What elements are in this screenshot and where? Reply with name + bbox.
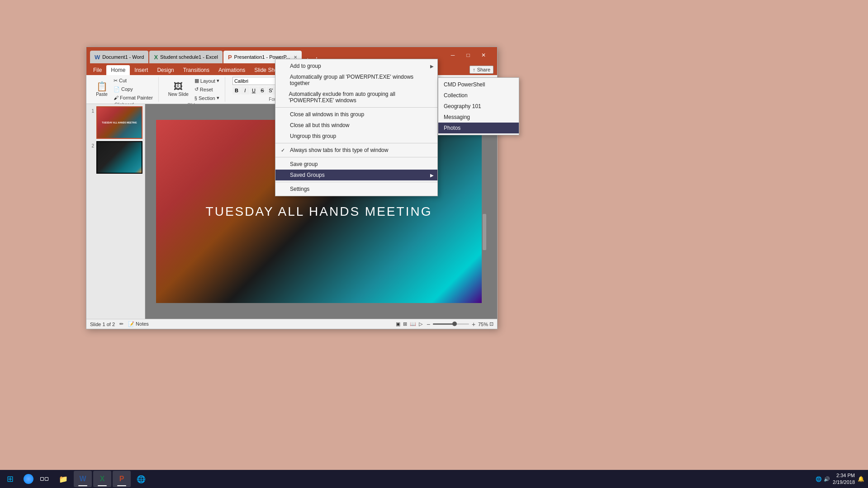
cut-button[interactable]: ✂ Cut — [112, 77, 155, 85]
excel-active-indicator — [98, 485, 107, 486]
layout-button[interactable]: ▦ Layout ▾ — [193, 77, 221, 85]
menu-label-add-to-group: Add to group — [290, 63, 321, 69]
bold-button[interactable]: B — [232, 86, 241, 95]
separator-4 — [275, 182, 437, 182]
share-label: Share — [477, 67, 490, 72]
section-button[interactable]: § Section ▾ — [193, 94, 221, 102]
menu-item-settings[interactable]: Settings — [275, 184, 437, 194]
tab-excel-label: Student schedule1 - Excel — [160, 54, 218, 60]
slide-image-2[interactable] — [96, 141, 142, 174]
share-button[interactable]: ↑ Share — [470, 66, 493, 74]
zoom-out-button[interactable]: − — [425, 321, 432, 327]
slide-text-1: TUESDAY ALL HANDS MEETING — [102, 121, 137, 124]
slide-scrollbar-thumb[interactable] — [483, 214, 486, 250]
slide-thumb-2[interactable]: 2 — [89, 141, 142, 174]
separator-2 — [275, 143, 437, 143]
menu-item-add-to-group[interactable]: Add to group ▶ — [275, 61, 437, 71]
clock-date: 2/19/2018 — [833, 479, 855, 486]
slide-image-1[interactable]: TUESDAY ALL HANDS MEETING — [96, 106, 142, 139]
check-mark-6: ✓ — [281, 147, 287, 153]
network-icon[interactable]: 🌐 — [816, 476, 822, 482]
taskbar-excel-icon: X — [97, 474, 107, 484]
notes-button[interactable]: 📝 Notes — [128, 321, 149, 327]
underline-button[interactable]: U — [250, 86, 258, 95]
reading-view-button[interactable]: 📖 — [410, 321, 416, 327]
taskbar-word-icon: W — [78, 474, 88, 484]
menu-item-ungroup[interactable]: Ungroup this group — [275, 131, 437, 142]
submenu-item-photos[interactable]: Photos — [438, 123, 519, 133]
text-shadow-button[interactable]: S' — [267, 86, 275, 95]
zoom-in-button[interactable]: + — [470, 321, 477, 327]
taskbar-app-explorer[interactable]: 📁 — [54, 471, 72, 487]
taskbar-clock[interactable]: 2:34 PM 2/19/2018 — [833, 472, 855, 486]
taskbar-ppt-icon: P — [117, 474, 127, 484]
slide-thumb-1[interactable]: 1 TUESDAY ALL HANDS MEETING — [89, 106, 142, 139]
ribbon-tab-insert[interactable]: Insert — [130, 65, 152, 75]
ribbon-tab-transitions[interactable]: Transitions — [179, 65, 214, 75]
tab-word-label: Document1 - Word — [102, 54, 144, 60]
submenu-item-collection[interactable]: Collection — [438, 90, 519, 101]
slide-num-2: 2 — [89, 143, 94, 148]
italic-button[interactable]: I — [241, 86, 249, 95]
menu-item-close-all[interactable]: Close all windows in this group — [275, 109, 437, 120]
menu-item-auto-exclude[interactable]: Automatically exclude from auto grouping… — [275, 89, 437, 106]
ribbon-tab-file[interactable]: File — [89, 65, 106, 75]
taskbar-app-excel[interactable]: X — [93, 471, 111, 487]
ribbon-tab-design[interactable]: Design — [152, 65, 178, 75]
notification-icon[interactable]: 🔔 — [858, 476, 864, 482]
ribbon-tab-home[interactable]: Home — [106, 65, 130, 75]
start-button[interactable]: ⊞ — [0, 470, 20, 488]
copy-button[interactable]: 📄 Copy — [112, 85, 155, 93]
slides-small-group: ▦ Layout ▾ ↺ Reset § Section ▾ — [193, 77, 221, 102]
task-view-icon — [40, 477, 48, 481]
normal-view-button[interactable]: ▣ — [396, 321, 400, 327]
tab-excel[interactable]: X Student schedule1 - Excel — [149, 51, 222, 63]
minimize-button[interactable]: ─ — [446, 49, 459, 62]
menu-label-close-all: Close all windows in this group — [290, 111, 364, 118]
taskbar-app-word[interactable]: W — [74, 471, 92, 487]
submenu-label-messaging: Messaging — [444, 114, 470, 120]
taskbar-apps: 📁 W X P 🌐 — [52, 470, 816, 488]
submenu-item-geography[interactable]: Geography 101 — [438, 101, 519, 112]
zoom-bar-thumb[interactable] — [452, 322, 457, 326]
new-slide-button[interactable]: 🖼 New Slide — [166, 81, 191, 98]
menu-item-close-but-this[interactable]: Close all but this window — [275, 120, 437, 131]
explorer-icon: 📁 — [58, 474, 68, 484]
format-painter-button[interactable]: 🖌 Format Painter — [112, 94, 155, 101]
paste-label: Paste — [96, 92, 108, 97]
arrow-add-to-group: ▶ — [430, 64, 434, 69]
strikethrough-button[interactable]: S — [258, 86, 266, 95]
menu-label-save-group: Save group — [290, 161, 318, 167]
menu-label-auto-exclude: Automatically exclude from auto grouping… — [289, 91, 432, 104]
menu-item-always-show-tabs[interactable]: ✓ Always show tabs for this type of wind… — [275, 145, 437, 156]
tv-rect-2 — [45, 477, 48, 481]
zoom-bar[interactable] — [433, 323, 469, 325]
submenu-item-cmd-powershell[interactable]: CMD PowerShell — [438, 79, 519, 90]
maximize-button[interactable]: □ — [462, 49, 474, 62]
ribbon-tab-animations[interactable]: Animations — [214, 65, 250, 75]
taskbar-right: 🌐 🔊 2:34 PM 2/19/2018 🔔 — [816, 470, 868, 488]
tv-rect-1 — [40, 477, 44, 481]
cortana-button[interactable] — [20, 470, 36, 488]
menu-label-ungroup: Ungroup this group — [290, 133, 336, 139]
close-button[interactable]: ✕ — [477, 49, 490, 62]
tab-word[interactable]: W Document1 - Word — [90, 51, 148, 63]
slideshow-button[interactable]: ▷ — [419, 321, 422, 327]
menu-item-saved-groups[interactable]: Saved Groups ▶ — [275, 170, 437, 180]
ppt-active-indicator — [117, 485, 126, 486]
reset-button[interactable]: ↺ Reset — [193, 85, 221, 93]
menu-item-save-group[interactable]: Save group — [275, 159, 437, 170]
task-view-button[interactable] — [36, 470, 52, 488]
fit-button[interactable]: ⊡ — [489, 321, 493, 327]
slide-sorter-button[interactable]: ⊞ — [403, 321, 407, 327]
menu-item-auto-group-all[interactable]: Automatically group all 'POWERPNT.EXE' w… — [275, 71, 437, 89]
clock-time: 2:34 PM — [833, 472, 855, 479]
submenu-item-messaging[interactable]: Messaging — [438, 112, 519, 123]
taskbar-app-powerpoint[interactable]: P — [113, 471, 131, 487]
paste-icon: 📋 — [96, 82, 108, 91]
font-family-input[interactable] — [232, 77, 278, 85]
taskbar-app-chrome[interactable]: 🌐 — [132, 471, 150, 487]
volume-icon[interactable]: 🔊 — [824, 476, 830, 482]
paste-button[interactable]: 📋 Paste — [94, 81, 110, 98]
menu-label-always-show-tabs: Always show tabs for this type of window — [290, 147, 388, 153]
